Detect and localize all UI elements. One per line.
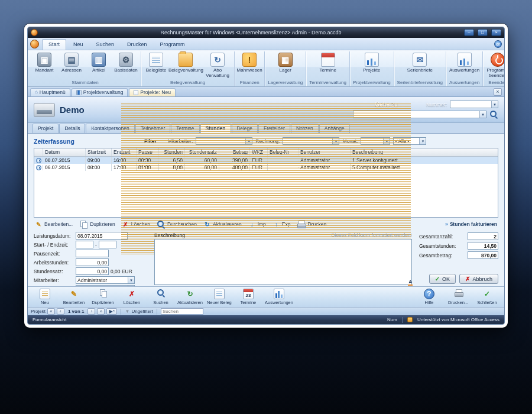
doc-tab-projektverwaltung[interactable]: Projektverwaltung: [72, 88, 128, 96]
close-button[interactable]: ×: [491, 29, 501, 36]
gesamtbetrag-label: Gesamtbetrag:: [419, 253, 468, 258]
drucken-button[interactable]: Drucken...: [446, 289, 471, 305]
ribbon-button-belegverwaltung[interactable]: Belegverwaltung: [170, 51, 202, 73]
calendar-icon: 23: [243, 289, 254, 299]
abbruch-button[interactable]: ✗ Abbruch: [459, 274, 498, 284]
ribbon-button-projekte[interactable]: Projekte: [359, 51, 385, 73]
stunden-fakturieren-button[interactable]: » Stunden fakturieren: [445, 221, 497, 227]
mitarbeiter-combobox[interactable]: ▾: [76, 276, 135, 284]
bbtn-label: Schließen: [477, 300, 497, 305]
ribbon-button-termine[interactable]: Termine: [315, 51, 341, 73]
ribbon-button-mandant[interactable]: ▣ Mandant: [31, 51, 57, 73]
next-record-icon[interactable]: ›: [87, 308, 95, 315]
stundensatz-input[interactable]: [76, 267, 109, 275]
startzeit-input[interactable]: [76, 241, 93, 248]
doc-tab-close-icon[interactable]: ×: [494, 88, 502, 96]
cell-startzeit: 09:00: [86, 157, 112, 164]
schliessen-button[interactable]: ✓ Schließen: [475, 289, 499, 305]
hilfe-button[interactable]: ? Hilfe: [417, 289, 442, 305]
refresh-icon: ↻: [184, 289, 195, 299]
folder-icon: [179, 53, 193, 67]
leistungsdatum-label: Leistungsdatum:: [34, 233, 74, 239]
ribbon-button-programm-beenden[interactable]: Programm beenden: [485, 51, 505, 79]
format-text-icon[interactable]: A: [408, 280, 413, 286]
edit-entry-button[interactable]: ✎ Bearbeiten...: [35, 221, 73, 228]
ribbon-button-lager[interactable]: ▦ Lager: [273, 51, 299, 73]
mitarbeiter-input[interactable]: [76, 277, 128, 283]
search-icon: [157, 289, 166, 299]
doc-tab-projekte-neu[interactable]: Projekte: Neu: [129, 88, 176, 96]
ribbon-button-artikel[interactable]: ▥ Artikel: [86, 51, 112, 73]
ok-button[interactable]: ✓ OK: [429, 274, 456, 284]
record-navigator: Projekt « ‹ 1 von 1 › » ▶* ▼ Ungefiltert: [28, 307, 504, 315]
ribbon-group-label: Stammdaten: [31, 79, 139, 86]
dropdown-arrow-icon[interactable]: ▾: [419, 138, 426, 144]
bearbeiten-button[interactable]: ✎ Bearbeiten: [61, 289, 86, 305]
neuer-beleg-button[interactable]: Neuer Beleg: [207, 289, 232, 305]
application-menu-orb-icon[interactable]: [30, 40, 39, 48]
aktualisieren-button[interactable]: ↻ Aktualisieren: [177, 289, 203, 305]
stundensatz-suffix: 0,00 EUR: [111, 269, 132, 274]
filter-funnel-icon[interactable]: ▼: [125, 309, 129, 314]
dropdown-arrow-icon[interactable]: ▾: [128, 277, 134, 283]
gear-icon: ⚙: [119, 53, 133, 67]
leistungsdatum-input[interactable]: [76, 232, 128, 240]
pausenzeit-input[interactable]: [76, 250, 109, 257]
ribbon-tab-start[interactable]: Start: [42, 39, 66, 50]
doc-tab-hauptmenu[interactable]: ⌂ Hauptmenü: [30, 88, 70, 96]
bbtn-label: Neu: [41, 300, 49, 305]
number-input[interactable]: [450, 101, 491, 108]
record-search-input[interactable]: [161, 308, 203, 315]
number-label: Nummer:: [426, 102, 447, 108]
ribbon-button-belegliste[interactable]: Belegliste: [143, 51, 169, 73]
dropdown-arrow-icon[interactable]: ▾: [491, 101, 498, 108]
ribbon-button-adressen[interactable]: ▤ Adressen: [59, 51, 85, 73]
project-icon: [34, 103, 55, 117]
dropdown-arrow-icon[interactable]: ▾: [479, 111, 486, 118]
ribbon-button-label: Programm beenden: [485, 68, 505, 79]
warning-coin-icon: !: [242, 53, 257, 67]
ribbon-button-auswertungen[interactable]: Auswertungen: [449, 51, 479, 73]
arbeitsstunden-input[interactable]: [76, 258, 109, 266]
loeschen-button[interactable]: ✗ Löschen: [119, 289, 144, 305]
bbtn-label: Auswertungen: [265, 300, 293, 305]
help-icon[interactable]: @: [494, 40, 502, 48]
ribbon-button-basisdaten[interactable]: ⚙ Basisdaten: [113, 51, 139, 73]
suchen-button[interactable]: Suchen: [148, 289, 173, 305]
new-record-icon[interactable]: ▶*: [106, 308, 117, 315]
maximize-button[interactable]: □: [478, 29, 488, 36]
ribbon-button-label: Auswertungen: [449, 68, 479, 73]
previous-record-icon[interactable]: ‹: [57, 308, 64, 315]
ribbon-group-label: Serienbriefverwaltung: [396, 79, 444, 86]
new-receipt-icon: [214, 289, 225, 299]
bbtn-label: Neuer Beleg: [207, 300, 232, 305]
gesamtstunden-label: Gesamtstunden:: [419, 243, 468, 249]
first-record-icon[interactable]: «: [47, 308, 55, 315]
ribbon-group-label: Terminverwaltung: [308, 79, 348, 86]
minimize-button[interactable]: –: [464, 29, 474, 36]
beschreibung-textarea[interactable]: [154, 239, 412, 285]
duplicate-entry-button[interactable]: Duplizieren: [79, 220, 115, 229]
ribbon-button-serienbriefe[interactable]: ✉ Serienbriefe: [407, 51, 433, 73]
endzeit-input[interactable]: [99, 241, 116, 248]
column-header[interactable]: Startzeit: [86, 148, 112, 156]
mitarbeiter-label: Mitarbeiter:: [34, 277, 74, 283]
ribbon-button-abo-verwaltung[interactable]: ↻ Abo Verwaltung: [203, 51, 232, 79]
column-header[interactable]: Datum: [43, 148, 86, 156]
duplizieren-button[interactable]: Duplizieren: [90, 289, 115, 305]
neu-button[interactable]: Neu: [33, 289, 57, 305]
number-combobox[interactable]: ▾: [450, 101, 498, 108]
ribbon-tab-suchen[interactable]: Suchen: [90, 40, 121, 50]
search-icon[interactable]: [489, 110, 498, 119]
tab-details[interactable]: Details: [59, 124, 85, 133]
tab-projekt[interactable]: Projekt: [33, 124, 59, 133]
last-record-icon[interactable]: »: [97, 308, 105, 315]
ribbon-tab-programm[interactable]: Programm: [154, 40, 191, 50]
ribbon-tab-drucken[interactable]: Drucken: [121, 40, 153, 50]
termine-button[interactable]: 23 Termine: [236, 289, 261, 305]
ribbon-button-mahnwesen[interactable]: ! Mahnwesen: [236, 51, 262, 73]
auswertungen-button[interactable]: Auswertungen: [265, 289, 293, 305]
ribbon-tab-neu[interactable]: Neu: [67, 40, 89, 50]
doc-tab-label: Projektverwaltung: [83, 89, 124, 95]
bbtn-label: Suchen: [153, 300, 168, 305]
